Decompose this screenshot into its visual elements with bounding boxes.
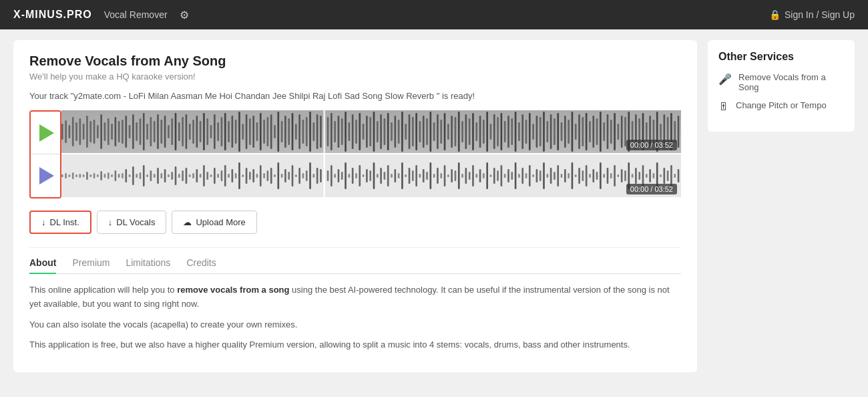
svg-rect-111 — [455, 117, 457, 146]
svg-rect-131 — [525, 120, 527, 144]
site-logo[interactable]: X-MINUS.PRO — [13, 9, 92, 21]
svg-rect-6 — [83, 124, 85, 140]
svg-rect-334 — [624, 170, 626, 181]
svg-rect-54 — [252, 116, 254, 148]
nav-vocal-remover[interactable]: Vocal Remover — [104, 9, 168, 20]
svg-rect-43 — [214, 114, 216, 149]
svg-rect-244 — [306, 170, 308, 181]
svg-rect-274 — [412, 170, 414, 181]
time-badge-top: 00:00 / 03:52 — [626, 140, 677, 150]
svg-rect-190 — [115, 170, 117, 181]
tabs-nav: About Premium Limitations Credits — [29, 257, 681, 274]
dl-vocals-button[interactable]: ↓ DL Vocals — [97, 211, 167, 234]
svg-rect-32 — [175, 113, 177, 150]
svg-rect-134 — [536, 116, 538, 148]
svg-rect-12 — [104, 122, 106, 141]
svg-rect-152 — [600, 112, 602, 152]
svg-rect-184 — [93, 173, 95, 178]
sign-in-button[interactable]: 🔒 Sign In / Sign Up — [769, 9, 855, 20]
tab-about[interactable]: About — [29, 257, 56, 273]
main-content: Remove Vocals from Any Song We'll help y… — [13, 40, 697, 372]
svg-rect-39 — [200, 121, 202, 142]
svg-rect-251 — [331, 165, 333, 186]
svg-rect-224 — [235, 173, 237, 178]
svg-rect-176 — [65, 173, 67, 178]
play-green-icon — [39, 124, 54, 142]
tab-premium[interactable]: Premium — [72, 257, 110, 273]
svg-rect-179 — [75, 174, 77, 177]
svg-rect-26 — [154, 121, 156, 142]
svg-rect-196 — [136, 174, 138, 178]
waveform-instrumental[interactable]: 00:00 / 03:52 — [61, 110, 681, 153]
svg-rect-296 — [490, 174, 492, 177]
svg-rect-84 — [359, 113, 361, 150]
svg-rect-331 — [614, 165, 616, 186]
play-vocals-button[interactable] — [31, 154, 61, 197]
svg-rect-229 — [252, 169, 254, 182]
about-para-2: You can also isolate the vocals (acapell… — [29, 318, 681, 332]
svg-rect-299 — [501, 165, 503, 186]
svg-rect-194 — [129, 174, 131, 177]
sidebar-item-change-pitch[interactable]: 🎚 Change Pitch or Tempo — [718, 100, 844, 113]
svg-rect-16 — [118, 121, 120, 142]
svg-rect-98 — [409, 114, 411, 149]
svg-rect-187 — [104, 174, 106, 178]
svg-rect-82 — [352, 114, 354, 149]
svg-rect-221 — [224, 165, 226, 186]
svg-rect-249 — [323, 154, 325, 197]
svg-rect-100 — [415, 113, 417, 150]
sidebar-item-change-pitch-label: Change Pitch or Tempo — [736, 100, 827, 110]
svg-rect-322 — [582, 170, 584, 181]
svg-rect-138 — [550, 114, 552, 149]
svg-rect-141 — [561, 122, 563, 141]
svg-rect-300 — [504, 174, 506, 178]
svg-rect-153 — [603, 122, 605, 141]
tab-credits[interactable]: Credits — [186, 257, 216, 273]
svg-rect-272 — [405, 174, 407, 177]
play-blue-icon — [39, 167, 54, 184]
svg-rect-287 — [458, 162, 460, 189]
svg-rect-34 — [182, 117, 184, 146]
svg-rect-178 — [72, 172, 74, 179]
svg-rect-108 — [444, 113, 446, 150]
svg-rect-88 — [373, 112, 375, 152]
dl-inst-button[interactable]: ↓ DL Inst. — [29, 211, 91, 234]
svg-rect-86 — [366, 116, 368, 148]
svg-rect-273 — [409, 168, 411, 184]
svg-rect-281 — [437, 168, 439, 184]
svg-rect-46 — [224, 113, 226, 150]
svg-rect-237 — [281, 174, 283, 178]
play-instrumental-button[interactable] — [31, 112, 61, 154]
svg-rect-312 — [546, 174, 548, 178]
svg-rect-151 — [596, 118, 598, 145]
svg-rect-301 — [507, 169, 509, 182]
svg-rect-113 — [461, 121, 463, 142]
svg-rect-225 — [238, 162, 240, 189]
svg-rect-227 — [246, 168, 248, 184]
upload-more-button[interactable]: ☁ Upload More — [172, 211, 256, 234]
svg-rect-198 — [143, 165, 145, 186]
svg-rect-298 — [497, 170, 499, 181]
svg-rect-40 — [203, 113, 205, 150]
gear-icon[interactable]: ⚙ — [180, 9, 189, 21]
svg-rect-313 — [550, 168, 552, 184]
waveform-vocals[interactable]: 00:00 / 03:52 — [61, 154, 681, 197]
svg-rect-304 — [518, 174, 520, 178]
svg-rect-67 — [298, 114, 300, 149]
svg-rect-236 — [277, 162, 279, 189]
svg-rect-240 — [292, 165, 294, 186]
svg-rect-106 — [437, 114, 439, 149]
svg-rect-208 — [178, 174, 180, 178]
svg-rect-336 — [632, 174, 634, 178]
svg-rect-330 — [610, 173, 612, 178]
tab-limitations[interactable]: Limitations — [126, 257, 170, 273]
svg-rect-83 — [355, 120, 357, 144]
svg-rect-117 — [475, 122, 477, 141]
svg-rect-53 — [249, 118, 251, 145]
svg-rect-192 — [122, 173, 124, 178]
svg-rect-346 — [667, 170, 669, 181]
svg-rect-110 — [451, 116, 453, 148]
sidebar-item-remove-vocals[interactable]: 🎤 Remove Vocals from a Song — [718, 72, 844, 92]
svg-rect-263 — [373, 162, 375, 189]
svg-rect-239 — [288, 172, 290, 180]
